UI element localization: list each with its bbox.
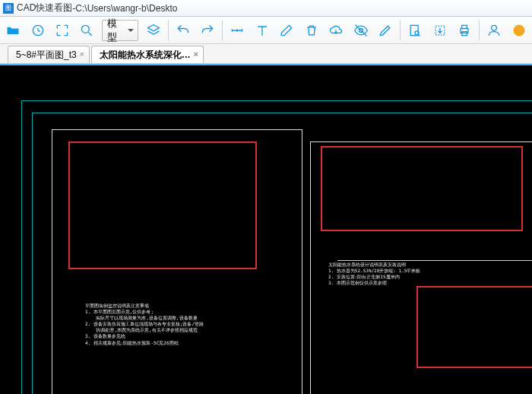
highlight-box-1 bbox=[68, 141, 257, 269]
folder-open-icon bbox=[5, 23, 21, 38]
print-icon bbox=[457, 23, 472, 38]
find-text-button[interactable] bbox=[405, 19, 425, 42]
svg-point-10 bbox=[513, 24, 524, 36]
tabbar: 5~8#平面图_t3 × 太阳能热水系统深化… × bbox=[0, 44, 532, 64]
svg-point-1 bbox=[82, 25, 90, 33]
export-button[interactable] bbox=[429, 19, 449, 42]
account-button[interactable] bbox=[484, 19, 504, 42]
layers-icon bbox=[146, 23, 161, 38]
toolbar-divider-3 bbox=[400, 21, 401, 40]
close-icon[interactable]: × bbox=[192, 50, 201, 59]
titlebar: 图 CAD快速看图 - C:\Users\wangr-b\Deskto bbox=[0, 0, 532, 17]
app-name: CAD快速看图 bbox=[17, 2, 72, 14]
fullscreen-icon bbox=[55, 23, 70, 38]
eraser-icon bbox=[279, 23, 294, 38]
redo-button[interactable] bbox=[198, 19, 217, 42]
text-button[interactable] bbox=[252, 19, 272, 42]
open-button[interactable] bbox=[3, 19, 23, 42]
undo-icon bbox=[176, 23, 191, 38]
export-icon bbox=[432, 23, 448, 38]
space-select-label: 模型 bbox=[107, 17, 125, 44]
visibility-button[interactable] bbox=[350, 19, 370, 42]
undo-button[interactable] bbox=[173, 19, 193, 42]
tab-1[interactable]: 5~8#平面图_t3 × bbox=[8, 46, 90, 63]
eraser-button[interactable] bbox=[277, 19, 296, 42]
search-doc-icon bbox=[407, 23, 423, 38]
eye-off-icon bbox=[353, 23, 369, 38]
toolbar-divider-2 bbox=[222, 21, 223, 40]
highlight-box-3 bbox=[416, 286, 532, 368]
text-icon bbox=[255, 23, 270, 38]
file-path: C:\Users\wangr-b\Deskto bbox=[75, 3, 177, 14]
vip-icon bbox=[511, 23, 527, 38]
print-button[interactable] bbox=[454, 19, 474, 42]
user-icon bbox=[486, 23, 502, 38]
redo-icon bbox=[200, 23, 215, 38]
drawing-viewport[interactable]: 平面图实例监控说明及注意事项 1. 本平面图页面示意,仅供参考; 实际尺寸以现场… bbox=[0, 64, 532, 394]
cloud-download-icon bbox=[328, 23, 344, 38]
toolbar-divider-4 bbox=[479, 21, 480, 40]
notes-block-2: 太阳能热水系统设计说明表及安装说明 1. 热水器为52.5JN/20开放端: 1… bbox=[328, 262, 420, 286]
svg-rect-3 bbox=[410, 25, 418, 35]
cloud-download-button[interactable] bbox=[326, 19, 346, 42]
tab-2-label: 太阳能热水系统深化… bbox=[100, 49, 191, 62]
sheet-2-divider bbox=[337, 260, 532, 261]
edit-button[interactable] bbox=[375, 19, 395, 42]
clock-icon bbox=[30, 23, 46, 38]
svg-rect-8 bbox=[462, 31, 467, 35]
trash-icon bbox=[304, 23, 319, 38]
space-select[interactable]: 模型 bbox=[102, 20, 139, 41]
toolbar-divider-1 bbox=[168, 21, 169, 40]
pen-icon bbox=[378, 23, 393, 38]
delete-button[interactable] bbox=[301, 19, 321, 42]
fullscreen-button[interactable] bbox=[52, 19, 72, 42]
toolbar: 模型 bbox=[0, 17, 532, 44]
zoom-button[interactable] bbox=[77, 19, 97, 42]
ruler-icon bbox=[230, 23, 245, 38]
search-icon bbox=[79, 23, 94, 38]
notes-block-1: 平面图实例监控说明及注意事项 1. 本平面图页面示意,仅供参考; 实际尺寸以现场… bbox=[85, 303, 204, 346]
highlight-box-2 bbox=[321, 146, 523, 231]
close-icon[interactable]: × bbox=[78, 50, 87, 59]
tab-2[interactable]: 太阳能热水系统深化… × bbox=[91, 46, 204, 63]
layers-button[interactable] bbox=[143, 19, 163, 42]
recent-button[interactable] bbox=[27, 19, 47, 42]
svg-rect-7 bbox=[462, 25, 467, 28]
app-icon: 图 bbox=[3, 3, 14, 14]
tab-1-label: 5~8#平面图_t3 bbox=[16, 49, 77, 62]
svg-point-9 bbox=[492, 25, 497, 30]
measure-button[interactable] bbox=[227, 19, 247, 42]
vip-button[interactable] bbox=[508, 19, 528, 42]
